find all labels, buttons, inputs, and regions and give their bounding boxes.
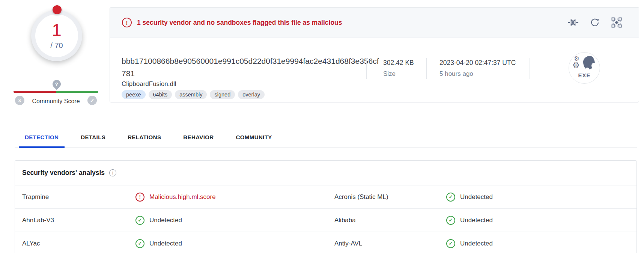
file-size-value: 302.42 KB [383, 59, 414, 67]
file-name: ClipboardFusion.dll [122, 80, 176, 88]
community-score-bar [14, 91, 98, 93]
tag-assembly[interactable]: assembly [175, 90, 207, 99]
tab-detection[interactable]: DETECTION [19, 128, 65, 148]
tag-peexe[interactable]: peexe [122, 90, 146, 99]
vendor-result: Undetected [446, 216, 636, 225]
divider [366, 58, 367, 79]
vendor-result: Undetected [446, 239, 636, 248]
similar-files-icon[interactable] [567, 17, 579, 28]
vendors-analysis-title: Security vendors' analysis [22, 169, 105, 177]
undetected-icon [135, 239, 144, 248]
vendor-name: Acronis (Static ML) [334, 193, 446, 201]
tab-behavior[interactable]: BEHAVIOR [177, 128, 220, 148]
analysis-date-block: 2023-04-20 02:47:37 UTC 5 hours ago [439, 59, 516, 78]
banner-message: 1 security vendor and no sandboxes flagg… [137, 19, 342, 27]
report-tabs: DETECTION DETAILS RELATIONS BEHAVIOR COM… [15, 128, 637, 148]
vendor-result: Undetected [446, 193, 636, 202]
community-score-marker-icon: ? [51, 78, 62, 90]
community-bar-negative [14, 91, 56, 93]
file-size-label: Size [383, 70, 414, 78]
analysis-date-relative: 5 hours ago [439, 70, 516, 78]
vendor-row: AhnLab-V3 Undetected Alibaba Undetected [15, 209, 636, 232]
vote-malicious-button[interactable]: × [15, 96, 24, 105]
score-value: 1 [52, 21, 62, 39]
file-type-badge: ⚙ ⚙ EXE [569, 52, 600, 84]
info-icon[interactable]: i [109, 169, 116, 176]
virustotal-file-report: 1 / 70 ? × ✓ Community Score ! 1 securit… [0, 0, 644, 253]
file-summary-card: ! 1 security vendor and no sandboxes fla… [110, 7, 639, 102]
vendor-result: Undetected [135, 239, 334, 248]
reanalyze-icon[interactable] [589, 17, 600, 28]
undetected-icon [446, 216, 455, 225]
tag-overlay[interactable]: overlay [238, 90, 265, 99]
file-tags: peexe 64bits assembly signed overlay [122, 90, 265, 99]
community-score-label: Community Score [24, 98, 87, 105]
file-sha256: bbb17100866b8e90560001e991c05d22d0f31e99… [122, 55, 380, 80]
vendors-analysis-panel: Security vendors' analysis i Trapmine Ma… [15, 160, 637, 253]
detection-score: 1 / 70 [35, 14, 78, 57]
exe-blob-icon [583, 56, 595, 69]
x-icon: × [18, 98, 21, 104]
alert-icon: ! [122, 18, 132, 27]
undetected-icon [446, 193, 455, 202]
detection-banner: ! 1 security vendor and no sandboxes fla… [110, 8, 639, 38]
graph-icon[interactable] [611, 17, 622, 28]
vendor-result: Malicious.high.ml.score [135, 193, 334, 202]
tag-signed[interactable]: signed [210, 90, 235, 99]
vendor-result: Undetected [135, 216, 334, 225]
undetected-icon [135, 216, 144, 225]
gauge-marker-dot [53, 5, 62, 14]
file-size-block: 302.42 KB Size [383, 59, 414, 78]
vendor-row: ALYac Undetected Antiy-AVL Undetected [15, 232, 636, 253]
file-type-label: EXE [569, 72, 600, 78]
score-denominator: / 70 [50, 41, 63, 50]
vote-harmless-button[interactable]: ✓ [87, 96, 97, 105]
divider [426, 58, 427, 79]
vendor-name: Alibaba [334, 217, 446, 224]
vendor-name: Antiy-AVL [334, 240, 446, 247]
analysis-date-value: 2023-04-20 02:47:37 UTC [439, 59, 516, 67]
undetected-icon [446, 239, 455, 248]
vendor-name: AhnLab-V3 [22, 217, 135, 224]
malicious-icon [135, 193, 144, 202]
tag-64bits[interactable]: 64bits [149, 90, 172, 99]
gear-icon: ⚙ [572, 60, 580, 70]
divider [530, 58, 530, 79]
tab-relations[interactable]: RELATIONS [122, 128, 167, 148]
vendors-analysis-header: Security vendors' analysis i [15, 161, 636, 185]
tab-community[interactable]: COMMUNITY [230, 128, 278, 148]
vendor-name: ALYac [22, 240, 135, 247]
tab-details[interactable]: DETAILS [75, 128, 111, 148]
check-icon: ✓ [90, 98, 95, 104]
vendor-row: Trapmine Malicious.high.ml.score Acronis… [15, 185, 636, 209]
detection-score-gauge: 1 / 70 [31, 10, 82, 61]
vendor-name: Trapmine [22, 193, 135, 201]
banner-actions [567, 17, 639, 28]
community-bar-positive [56, 91, 98, 93]
